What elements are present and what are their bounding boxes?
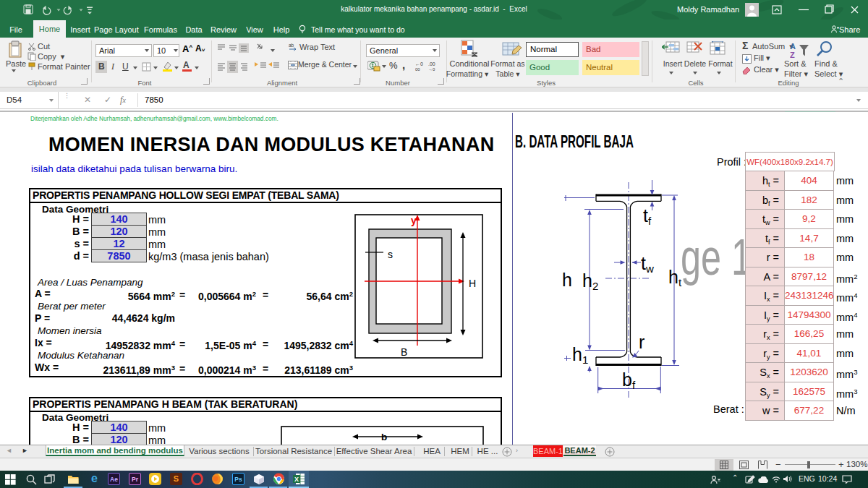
svg-text:H: H [469, 278, 476, 289]
svg-text:r: r [639, 332, 644, 352]
svg-text:B: B [401, 346, 407, 358]
svg-text:bf: bf [622, 369, 636, 391]
svg-text:←0: ←0 [415, 61, 423, 67]
svg-text:s: s [388, 249, 393, 260]
svg-text:.00: .00 [428, 61, 435, 67]
svg-text:Z: Z [790, 51, 795, 59]
svg-text:tf: tf [643, 205, 652, 227]
svg-text:y: y [411, 215, 417, 226]
svg-text:A: A [790, 42, 796, 51]
svg-text:tw: tw [641, 253, 654, 275]
svg-text:ab: ab [289, 43, 294, 48]
svg-text:h: h [562, 270, 572, 290]
svg-text:h2: h2 [582, 270, 598, 292]
svg-text:00: 00 [415, 67, 420, 72]
svg-text:ht: ht [668, 267, 682, 288]
svg-text:b: b [381, 432, 387, 442]
svg-text:→0: →0 [428, 67, 435, 72]
svg-text:h1: h1 [572, 344, 588, 366]
svg-text:X: X [294, 476, 299, 483]
